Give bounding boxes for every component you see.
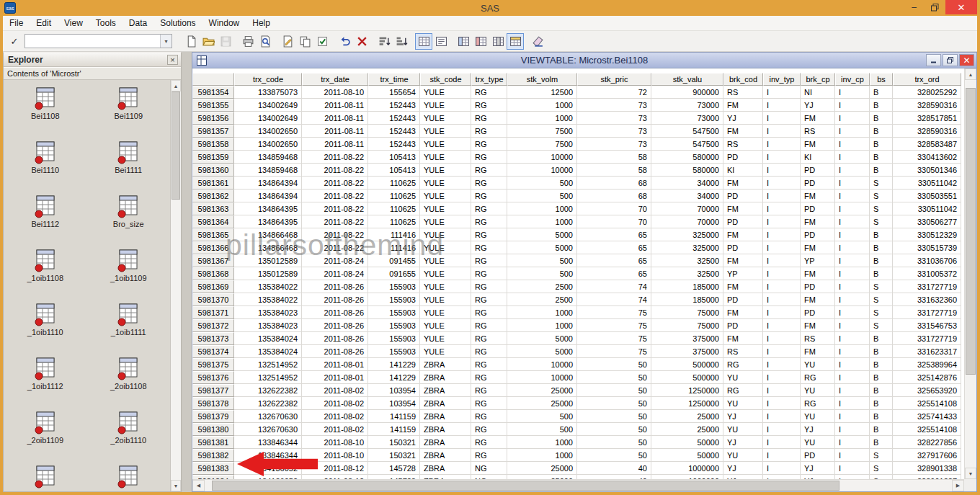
cell[interactable]: 50: [577, 397, 651, 410]
explorer-scrollbar[interactable]: ▲ ▼: [170, 80, 181, 491]
menu-tools[interactable]: Tools: [89, 17, 122, 30]
cell[interactable]: 185000: [651, 293, 723, 306]
cell[interactable]: I: [835, 436, 870, 449]
cell[interactable]: I: [763, 267, 801, 280]
cell[interactable]: YU: [723, 449, 763, 462]
cell[interactable]: 134859468: [234, 164, 302, 177]
print-button[interactable]: [239, 33, 257, 50]
cell[interactable]: FM: [723, 228, 763, 241]
cell[interactable]: I: [763, 164, 801, 177]
cell[interactable]: YU: [801, 436, 835, 449]
cell[interactable]: RG: [471, 151, 507, 164]
explorer-dataset-item[interactable]: _1oib1108: [4, 246, 87, 300]
cell[interactable]: 2011-08-02: [302, 423, 368, 436]
cell[interactable]: 2011-08-22: [302, 164, 368, 177]
cell[interactable]: 1000: [507, 202, 577, 215]
cell[interactable]: 145728: [368, 475, 420, 479]
command-check-icon[interactable]: ✓: [6, 33, 23, 49]
row-number-cell[interactable]: 5981370: [192, 293, 234, 306]
cell[interactable]: 331005372: [893, 267, 961, 280]
cell[interactable]: 375000: [651, 345, 723, 358]
column-header-trx_ord[interactable]: trx_ord: [893, 73, 961, 86]
cell[interactable]: 40: [577, 462, 651, 475]
cell[interactable]: 12500: [507, 86, 577, 99]
close-button[interactable]: ✕: [945, 0, 977, 14]
cell[interactable]: I: [835, 462, 870, 475]
cell[interactable]: 141159: [368, 410, 420, 423]
row-number-cell[interactable]: 5981356: [192, 112, 234, 125]
cell[interactable]: YULE: [420, 293, 471, 306]
cell[interactable]: 105413: [368, 164, 420, 177]
cell[interactable]: PD: [723, 293, 763, 306]
cell[interactable]: 2011-08-26: [302, 319, 368, 332]
cell[interactable]: 580000: [651, 151, 723, 164]
cell[interactable]: I: [763, 358, 801, 371]
cell[interactable]: 1000: [507, 306, 577, 319]
cell[interactable]: 325142876: [893, 371, 961, 384]
cell[interactable]: 50: [577, 358, 651, 371]
cell[interactable]: FM: [723, 177, 763, 189]
explorer-dataset-item[interactable]: _2oib1111: [4, 463, 87, 491]
cell[interactable]: 75: [577, 306, 651, 319]
cell[interactable]: RS: [723, 86, 763, 99]
cell[interactable]: 328590316: [893, 99, 961, 112]
cell[interactable]: 65: [577, 267, 651, 280]
row-number-cell[interactable]: 5981355: [192, 99, 234, 112]
cell[interactable]: I: [763, 449, 801, 462]
cell[interactable]: B: [870, 371, 893, 384]
cell[interactable]: 150321: [368, 436, 420, 449]
cell[interactable]: RG: [471, 293, 507, 306]
cell[interactable]: 50000: [651, 449, 723, 462]
cell[interactable]: I: [763, 125, 801, 138]
cell[interactable]: YULE: [420, 345, 471, 358]
cell[interactable]: I: [835, 423, 870, 436]
cell[interactable]: RG: [471, 228, 507, 241]
cell[interactable]: I: [835, 345, 870, 358]
cell[interactable]: B: [870, 397, 893, 410]
column-header-trx_time[interactable]: trx_time: [368, 73, 420, 86]
cell[interactable]: 1000: [507, 112, 577, 125]
cell[interactable]: YULE: [420, 332, 471, 345]
cell[interactable]: I: [835, 202, 870, 215]
cell[interactable]: YULE: [420, 267, 471, 280]
explorer-dataset-item[interactable]: Bei1109: [87, 84, 171, 138]
cell[interactable]: RG: [471, 112, 507, 125]
cell[interactable]: 1000000: [651, 462, 723, 475]
cell[interactable]: 2011-08-12: [302, 475, 368, 479]
cell[interactable]: 328901337: [893, 475, 961, 479]
cell[interactable]: 155903: [368, 332, 420, 345]
row-number-cell[interactable]: 5981360: [192, 164, 234, 177]
cell[interactable]: RS: [723, 345, 763, 358]
cell[interactable]: 110625: [368, 189, 420, 202]
cell[interactable]: 331727719: [893, 280, 961, 293]
column-header-inv_cp[interactable]: inv_cp: [835, 73, 870, 86]
cell[interactable]: 132670630: [234, 423, 302, 436]
cell[interactable]: 10000: [507, 164, 577, 177]
cell[interactable]: I: [763, 99, 801, 112]
cell[interactable]: 325514108: [893, 423, 961, 436]
cell[interactable]: I: [835, 177, 870, 189]
viewtable-minimize-button[interactable]: [926, 54, 941, 66]
scroll-right-icon[interactable]: ▶: [952, 480, 964, 491]
cell[interactable]: 34000: [651, 177, 723, 189]
row-number-cell[interactable]: 5981372: [192, 319, 234, 332]
cell[interactable]: KI: [723, 164, 763, 177]
menu-data[interactable]: Data: [122, 17, 153, 30]
row-number-cell[interactable]: 5981382: [192, 449, 234, 462]
row-number-cell[interactable]: 5981380: [192, 423, 234, 436]
cell[interactable]: 134002649: [234, 112, 302, 125]
cell[interactable]: S: [870, 189, 893, 202]
cell[interactable]: 2011-08-10: [302, 436, 368, 449]
cell[interactable]: B: [870, 332, 893, 345]
explorer-dataset-item[interactable]: Bei1111: [87, 138, 171, 192]
delete-button[interactable]: [353, 33, 370, 50]
cell[interactable]: YJ: [801, 99, 835, 112]
cell[interactable]: 134864394: [234, 177, 302, 189]
cell[interactable]: YULE: [420, 215, 471, 228]
cell[interactable]: 73: [577, 112, 651, 125]
cell[interactable]: S: [870, 306, 893, 319]
cell[interactable]: RG: [471, 449, 507, 462]
cell[interactable]: 328025292: [893, 86, 961, 99]
explorer-dataset-item[interactable]: _2oib1108: [87, 354, 171, 409]
cell[interactable]: YU: [723, 371, 763, 384]
